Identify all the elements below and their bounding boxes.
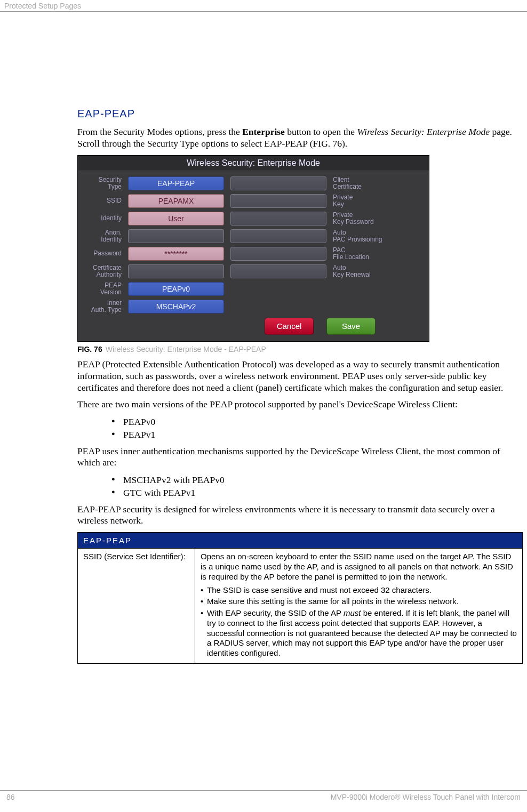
list-item: PEAPv0 [111,416,523,429]
list-item: MSCHAPv2 with PEAPv0 [111,474,523,487]
paragraph-summary: EAP-PEAP security is designed for wirele… [77,504,523,527]
eap-peap-table: EAP-PEAP SSID (Service Set Identifier): … [77,532,523,664]
footer-product: MVP-9000i Modero® Wireless Touch Panel w… [331,793,521,801]
table-note: The SSID is case sensitive and must not … [201,585,517,596]
field-value-left[interactable]: PEAPAMX [128,194,224,208]
table-notes-list: The SSID is case sensitive and must not … [201,585,517,658]
list-item: PEAPv1 [111,429,523,441]
enterprise-mode-screenshot: Wireless Security: Enterprise Mode Secur… [77,155,429,342]
field-label-left: CertificateAuthority [81,264,122,278]
field-label-left: PEAPVersion [81,282,122,295]
save-button[interactable]: Save [326,318,376,335]
section-title: EAP-PEAP [77,108,523,120]
field-value-right[interactable] [230,176,326,190]
field-label-right: PrivateKey Password [333,212,386,225]
field-value-right[interactable] [230,194,326,208]
section-name: Protected Setup Pages [4,2,81,10]
inner-auth-list: MSCHAPv2 with PEAPv0GTC with PEAPv1 [111,474,523,499]
field-label-left: InnerAuth. Type [81,300,122,313]
field-label-left: SecurityType [81,176,122,190]
field-label-left: Identity [81,215,122,222]
peap-versions-list: PEAPv0PEAPv1 [111,416,523,441]
paragraph-peap-desc: PEAP (Protected Extensible Authenticatio… [77,359,523,394]
table-cell-key: SSID (Service Set Identifier): [78,549,195,664]
table-desc: Opens an on-screen keyboard to enter the… [201,552,513,581]
field-label-right: AutoKey Renewal [333,264,386,278]
paragraph-versions-intro: There are two main versions of the PEAP … [77,399,523,411]
field-value-left[interactable]: ******** [128,247,224,261]
page-footer: 86 MVP-9000i Modero® Wireless Touch Pane… [0,790,527,801]
list-item: GTC with PEAPv1 [111,487,523,500]
field-label-right: PACFile Location [333,247,386,260]
shot-button-row: Cancel Save [78,317,429,341]
field-label-right: ClientCertificate [333,176,386,190]
field-label-left: Anon.Identity [81,229,122,243]
field-label-right: AutoPAC Provisioning [333,229,386,243]
figure-number: FIG. 76 [77,345,102,353]
table-cell-value: Opens an on-screen keyboard to enter the… [195,549,523,664]
field-value-right[interactable] [230,247,326,261]
field-label-left: SSID [81,197,122,204]
table-note: With EAP security, the SSID of the AP mu… [201,608,517,658]
figure-caption: FIG. 76Wireless Security: Enterprise Mod… [77,345,523,353]
field-value-right[interactable] [230,212,326,226]
page-content: EAP-PEAP From the Security Modes options… [0,12,523,664]
field-value-left[interactable]: User [128,212,224,226]
table-note: Make sure this setting is the same for a… [201,597,517,607]
field-value-left[interactable]: EAP-PEAP [128,176,224,190]
table-header: EAP-PEAP [78,533,523,549]
field-value-left[interactable] [128,264,224,278]
field-value-right[interactable] [230,264,326,278]
field-label-right: PrivateKey [333,194,386,207]
figure-text: Wireless Security: Enterprise Mode - EAP… [106,345,266,353]
cancel-button[interactable]: Cancel [265,318,314,335]
shot-title: Wireless Security: Enterprise Mode [78,156,429,171]
field-value-left[interactable]: MSCHAPv2 [128,300,224,313]
field-label-left: Password [81,250,122,257]
figure-76: Wireless Security: Enterprise Mode Secur… [77,155,523,342]
field-value-right[interactable] [230,229,326,243]
intro-paragraph: From the Security Modes options, press t… [77,126,523,150]
page-number: 86 [6,793,15,801]
page-header: Protected Setup Pages [0,0,527,12]
field-value-left[interactable]: PEAPv0 [128,282,224,296]
field-value-left[interactable] [128,229,224,243]
paragraph-innerauth-intro: PEAP uses inner authentication mechanism… [77,446,523,469]
